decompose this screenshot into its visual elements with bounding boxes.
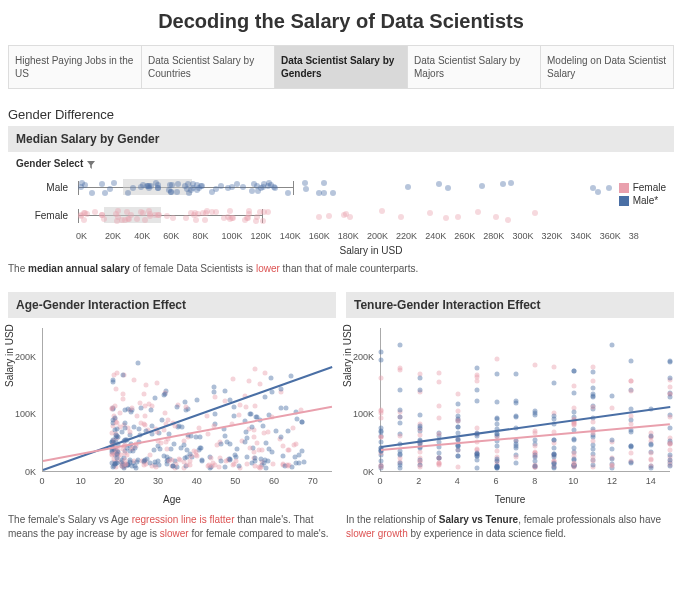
row-label-female: Female: [16, 210, 76, 221]
scatter-tenure-xlabel: Tenure: [346, 494, 674, 505]
tab-bar: Highest Paying Jobs in the US Data Scien…: [8, 45, 674, 89]
tab-countries[interactable]: Data Scientist Salary by Countries: [142, 46, 275, 88]
tab-genders[interactable]: Data Scientist Salary by Genders: [275, 46, 408, 88]
boxplot-panel: Gender Select Female Male* Male Female 0…: [8, 152, 674, 256]
boxplot-row-female: Female: [16, 201, 666, 229]
tab-modeling[interactable]: Modeling on Data Scientist Salary: [541, 46, 673, 88]
scatter-age-xlabel: Age: [8, 494, 336, 505]
tab-highest-paying[interactable]: Highest Paying Jobs in the US: [9, 46, 142, 88]
scatter-tenure: Salary in USD 0K100K200K 02468101214: [346, 322, 674, 492]
note-tenure: In the relationship of Salary vs Tenure,…: [346, 513, 674, 541]
section-heading: Gender Difference: [8, 107, 674, 122]
gender-select-label: Gender Select: [16, 158, 83, 169]
boxplot-row-male: Male: [16, 173, 666, 201]
boxplot-xlabel: Salary in USD: [76, 245, 666, 256]
note-age: The female's Salary vs Age regression li…: [8, 513, 336, 541]
gender-select-control[interactable]: Gender Select: [8, 152, 674, 169]
boxplot-x-axis: 0K20K40K60K80K100K120K140K160K180K200K22…: [76, 229, 666, 241]
page-title: Decoding the Salary of Data Scientists: [0, 0, 682, 45]
scatter-tenure-title: Tenure-Gender Interaction Effect: [346, 292, 674, 318]
boxplot-title: Median Salary by Gender: [8, 126, 674, 152]
row-label-male: Male: [16, 182, 76, 193]
scatter-age: Salary in USD 0K100K200K 010203040506070: [8, 322, 336, 492]
filter-icon: [87, 160, 95, 168]
scatter-age-title: Age-Gender Interaction Effect: [8, 292, 336, 318]
tab-majors[interactable]: Data Scientist Salary by Majors: [408, 46, 541, 88]
note-median: The median annual salary of female Data …: [8, 262, 674, 276]
